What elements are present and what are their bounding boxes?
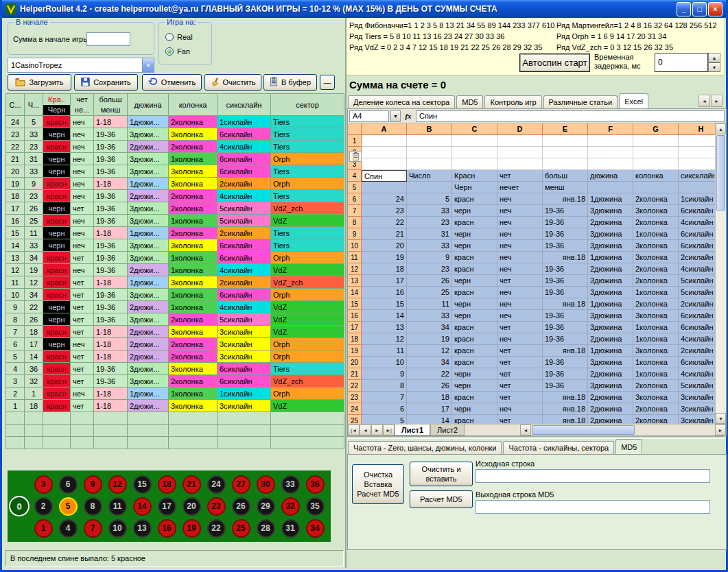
excel-cell[interactable] (543, 135, 588, 147)
excel-cell[interactable] (497, 147, 543, 158)
excel-cell[interactable]: красн (452, 322, 497, 333)
roulette-chip[interactable]: 11 (108, 497, 127, 516)
excel-cell[interactable]: 6 (362, 403, 407, 415)
roulette-chip[interactable]: 7 (84, 519, 102, 538)
chevron-down-icon[interactable]: ▼ (142, 58, 154, 72)
excel-cell[interactable]: чет (497, 380, 543, 392)
excel-cell[interactable]: 23 (407, 217, 452, 228)
excel-col-header[interactable]: F (588, 123, 633, 135)
excel-cell[interactable] (633, 147, 679, 158)
excel-cell[interactable] (543, 147, 588, 158)
formula-input[interactable]: Спин (416, 110, 725, 122)
excel-cell[interactable]: чет (497, 357, 543, 368)
excel-cell[interactable]: менш (543, 182, 588, 193)
excel-cell[interactable]: неч (497, 193, 543, 205)
excel-cell[interactable]: 4сиклайн (679, 263, 715, 275)
excel-cell[interactable]: 19-36 (543, 228, 588, 240)
excel-cell[interactable]: 34 (407, 357, 452, 368)
excel-cell[interactable]: янв.18 (543, 193, 588, 205)
excel-cell[interactable]: 2дюжина (588, 368, 633, 380)
excel-cell[interactable]: черн (452, 368, 497, 380)
excel-cell[interactable]: 2сиклайн (679, 252, 715, 263)
excel-cell[interactable]: 1сиклайн (679, 193, 715, 205)
excel-cell[interactable]: Черн (452, 182, 497, 193)
excel-col-header[interactable]: G (633, 123, 679, 135)
excel-cell[interactable]: 2колонка (633, 263, 679, 275)
tab-game-control[interactable]: Контроль игр (484, 95, 541, 108)
excel-row-header[interactable]: 16 (348, 310, 362, 322)
excel-col-header[interactable]: A (362, 123, 407, 135)
excel-cell[interactable] (362, 182, 407, 193)
copy-to-buffer-button[interactable]: В буфер (263, 74, 317, 91)
excel-cell[interactable]: 6сиклайн (679, 322, 715, 333)
excel-cell[interactable]: 7 (362, 392, 407, 403)
excel-row-header[interactable]: 18 (348, 333, 362, 345)
roulette-chip[interactable]: 28 (257, 519, 275, 538)
excel-cell[interactable]: 5сиклайн (679, 275, 715, 287)
excel-cell[interactable]: 2колонка (633, 193, 679, 205)
excel-cell[interactable]: черн (452, 380, 497, 392)
close-button[interactable]: × (708, 2, 723, 16)
roulette-chip[interactable]: 35 (306, 497, 325, 516)
excel-cell[interactable]: красн (452, 415, 497, 424)
excel-cell[interactable]: 1колонка (633, 333, 679, 345)
excel-cell[interactable]: Спин (362, 170, 407, 182)
sheet-prev-icon[interactable]: ◄ (360, 425, 371, 436)
excel-cell[interactable]: черн (452, 403, 497, 415)
minus-button[interactable]: — (320, 75, 335, 90)
spinner-up-icon[interactable]: ▲ (708, 53, 720, 62)
excel-cell[interactable]: 2дюжина (588, 403, 633, 415)
excel-cell[interactable]: 1дюжина (588, 298, 633, 310)
excel-row-header[interactable]: 5 (348, 182, 362, 193)
excel-cell[interactable] (407, 135, 452, 147)
sheet-next-icon[interactable]: ► (371, 425, 383, 436)
excel-cell[interactable]: 19-36 (543, 275, 588, 287)
excel-cell[interactable] (588, 135, 633, 147)
excel-cell[interactable]: 17 (362, 275, 407, 287)
excel-cell[interactable]: красн (452, 345, 497, 357)
excel-cell[interactable]: 15 (362, 298, 407, 310)
excel-cell[interactable]: 3колонка (633, 240, 679, 252)
excel-cell[interactable]: 5сиклайн (679, 287, 715, 298)
roulette-chip[interactable]: 2 (34, 497, 53, 516)
excel-cell[interactable]: янв.18 (543, 252, 588, 263)
roulette-chip[interactable]: 36 (306, 475, 325, 494)
excel-cell[interactable]: красн (452, 357, 497, 368)
excel-cell[interactable]: красн (452, 287, 497, 298)
excel-cell[interactable]: 12 (407, 345, 452, 357)
excel-cell[interactable] (362, 135, 407, 147)
excel-cell[interactable]: 4сиклайн (679, 333, 715, 345)
undo-button[interactable]: Отменить (142, 74, 202, 91)
radio-real[interactable]: Real (165, 33, 193, 41)
excel-cell[interactable]: 19-36 (543, 368, 588, 380)
excel-cell[interactable]: 3колонка (633, 392, 679, 403)
roulette-chip[interactable]: 32 (281, 497, 300, 516)
excel-cell[interactable]: 11 (407, 298, 452, 310)
roulette-chip[interactable]: 10 (108, 519, 127, 538)
excel-cell[interactable]: 2колонка (633, 275, 679, 287)
excel-cell[interactable]: колонка (633, 170, 679, 182)
excel-cell[interactable]: черн (452, 310, 497, 322)
excel-cell[interactable]: 3колонка (633, 310, 679, 322)
excel-cell[interactable]: 1дюжина (588, 193, 633, 205)
excel-cell[interactable] (633, 135, 679, 147)
excel-cell[interactable]: 11 (362, 345, 407, 357)
roulette-chip[interactable]: 30 (257, 475, 275, 494)
roulette-chip[interactable]: 12 (108, 475, 127, 494)
excel-row-header[interactable]: 17 (348, 322, 362, 333)
excel-cell[interactable]: 2колонка (633, 415, 679, 424)
excel-cell[interactable]: Число (407, 170, 452, 182)
excel-cell[interactable]: 23 (407, 263, 452, 275)
excel-cell[interactable] (633, 158, 679, 170)
excel-row-header[interactable]: 23 (348, 392, 362, 403)
delay-input[interactable] (655, 53, 708, 72)
excel-cell[interactable]: 16 (362, 287, 407, 298)
excel-cell[interactable] (679, 182, 715, 193)
excel-cell[interactable]: 2дюжина (588, 415, 633, 424)
roulette-chip[interactable]: 21 (183, 475, 201, 494)
excel-cell[interactable]: 33 (407, 310, 452, 322)
excel-cell[interactable]: 14 (407, 415, 452, 424)
excel-cell[interactable]: 3сиклайн (679, 392, 715, 403)
excel-cell[interactable]: 3дюжина (588, 322, 633, 333)
excel-cell[interactable]: 3дюжина (588, 380, 633, 392)
